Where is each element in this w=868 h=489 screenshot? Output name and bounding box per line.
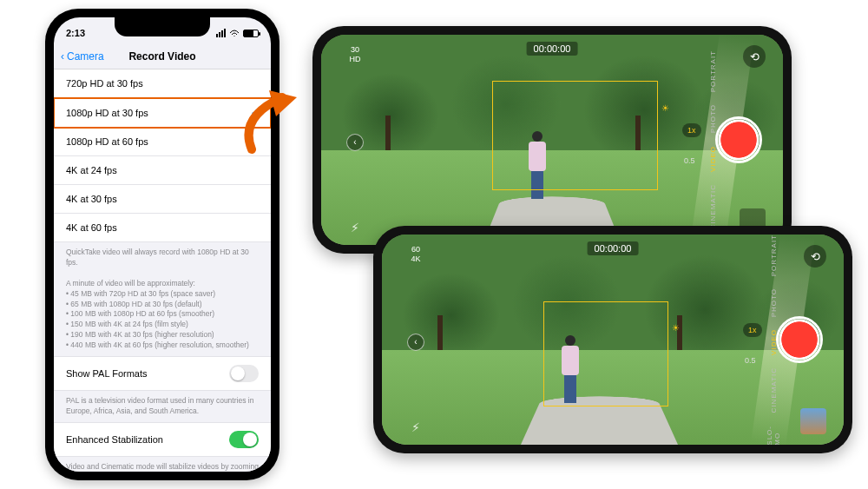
stabilization-toggle[interactable] — [229, 431, 259, 448]
mode-slomo[interactable]: SLO-MO — [766, 426, 781, 445]
pal-toggle[interactable] — [229, 365, 259, 382]
chevron-left-icon[interactable]: ‹ — [407, 334, 424, 351]
gallery-thumbnail[interactable] — [800, 408, 826, 434]
fps-label: 60 — [411, 245, 420, 254]
format-label: HD — [350, 55, 361, 64]
chevron-left-icon: ‹ — [61, 50, 64, 63]
switch-camera-icon[interactable]: ⟲ — [804, 245, 826, 268]
zoom-active[interactable]: 1x — [743, 323, 762, 337]
option-label: 1080p HD at 60 fps — [66, 136, 148, 147]
option-label: 1080p HD at 30 fps — [66, 108, 148, 118]
zoom-active[interactable]: 1x — [682, 123, 701, 137]
settings-screen: 2:13 ‹ Camera Record Video 720p HD at 30… — [54, 17, 271, 472]
focus-box[interactable] — [492, 81, 659, 190]
mode-video[interactable]: VIDEO — [770, 329, 778, 355]
record-button[interactable] — [776, 316, 823, 363]
fps-label: 30 — [350, 45, 361, 55]
status-right — [216, 29, 259, 37]
switch-camera-icon[interactable]: ⟲ — [743, 45, 766, 68]
notch — [115, 17, 210, 36]
stabilization-row[interactable]: Enhanced Stabilization — [54, 422, 271, 457]
exposure-slider[interactable] — [672, 323, 680, 333]
option-label: 720p HD at 30 fps — [66, 78, 143, 89]
stabilization-note: Video and Cinematic mode will stabilize … — [54, 457, 271, 472]
camera-overlay: 60 4K ‹ ⚡︎ 00:00:00 ⟲ 1x 0.5 PORTRAIT PH… — [382, 235, 844, 445]
mode-portrait[interactable]: PORTRAIT — [770, 235, 778, 276]
focus-box[interactable] — [543, 301, 668, 406]
timecode: 00:00:00 — [527, 42, 578, 56]
signal-icon — [216, 29, 226, 37]
format-indicator[interactable]: 30 HD — [350, 45, 361, 64]
option-4k-60[interactable]: 4K at 60 fps — [54, 214, 271, 242]
camera-right-controls: ⟲ 1x 0.5 PORTRAIT PHOTO VIDEO CINEMATIC … — [760, 235, 838, 445]
quicktake-note: QuickTake video will always record with … — [54, 242, 271, 274]
camera-right-controls: ⟲ 1x 0.5 PORTRAIT PHOTO VIDEO CINEMATIC — [700, 35, 778, 245]
camera-screen-hd: 30 HD ‹ ⚡︎ 00:00:00 ⟲ 1x 0.5 PORTRAIT PH… — [321, 35, 783, 245]
mode-cinematic[interactable]: CINEMATIC — [709, 184, 717, 229]
pal-row[interactable]: Show PAL Formats — [54, 356, 271, 391]
mode-selector[interactable]: PORTRAIT PHOTO VIDEO CINEMATIC — [707, 35, 719, 245]
camera-left-controls: 60 4K ‹ ⚡︎ — [403, 235, 429, 445]
pal-label: Show PAL Formats — [66, 368, 148, 379]
nav-bar: ‹ Camera Record Video — [54, 43, 271, 69]
back-button[interactable]: ‹ Camera — [61, 50, 104, 63]
filesize-note: A minute of video will be approximately:… — [54, 274, 271, 356]
option-label: 4K at 30 fps — [66, 194, 117, 204]
camera-iphone-4k: 60 4K ‹ ⚡︎ 00:00:00 ⟲ 1x 0.5 PORTRAIT PH… — [373, 226, 852, 453]
record-button[interactable] — [715, 116, 762, 163]
mode-photo[interactable]: PHOTO — [709, 104, 717, 133]
zoom-option[interactable]: 0.5 — [745, 356, 756, 365]
format-label: 4K — [411, 254, 420, 264]
status-time: 2:13 — [66, 28, 85, 38]
format-indicator[interactable]: 60 4K — [411, 245, 420, 264]
chevron-left-icon[interactable]: ‹ — [346, 134, 364, 151]
stabilization-label: Enhanced Stabilization — [66, 434, 163, 445]
camera-screen-4k: 60 4K ‹ ⚡︎ 00:00:00 ⟲ 1x 0.5 PORTRAIT PH… — [382, 235, 844, 445]
mode-photo[interactable]: PHOTO — [770, 288, 778, 317]
settings-iphone: 2:13 ‹ Camera Record Video 720p HD at 30… — [45, 9, 279, 480]
mode-cinematic[interactable]: CINEMATIC — [770, 367, 778, 413]
back-label: Camera — [67, 50, 104, 63]
zoom-option[interactable]: 0.5 — [684, 156, 695, 165]
page-title: Record Video — [128, 50, 195, 63]
flash-icon[interactable]: ⚡︎ — [411, 420, 420, 434]
option-label: 4K at 60 fps — [66, 222, 117, 233]
camera-left-controls: 30 HD ‹ ⚡︎ — [342, 35, 368, 245]
camera-overlay: 30 HD ‹ ⚡︎ 00:00:00 ⟲ 1x 0.5 PORTRAIT PH… — [321, 35, 783, 245]
wifi-icon — [229, 30, 240, 37]
option-label: 4K at 24 fps — [66, 165, 117, 175]
pal-note: PAL is a television video format used in… — [54, 391, 271, 422]
timecode: 00:00:00 — [588, 241, 639, 255]
exposure-slider[interactable] — [661, 103, 669, 113]
camera-iphone-hd: 30 HD ‹ ⚡︎ 00:00:00 ⟲ 1x 0.5 PORTRAIT PH… — [312, 26, 792, 254]
mode-video[interactable]: VIDEO — [709, 146, 717, 172]
mode-selector[interactable]: PORTRAIT PHOTO VIDEO CINEMATIC SLO-MO — [767, 235, 779, 445]
mode-portrait[interactable]: PORTRAIT — [709, 50, 717, 92]
flash-icon[interactable]: ⚡︎ — [351, 221, 359, 235]
option-4k-30[interactable]: 4K at 30 fps — [54, 185, 271, 214]
battery-icon — [243, 30, 259, 37]
